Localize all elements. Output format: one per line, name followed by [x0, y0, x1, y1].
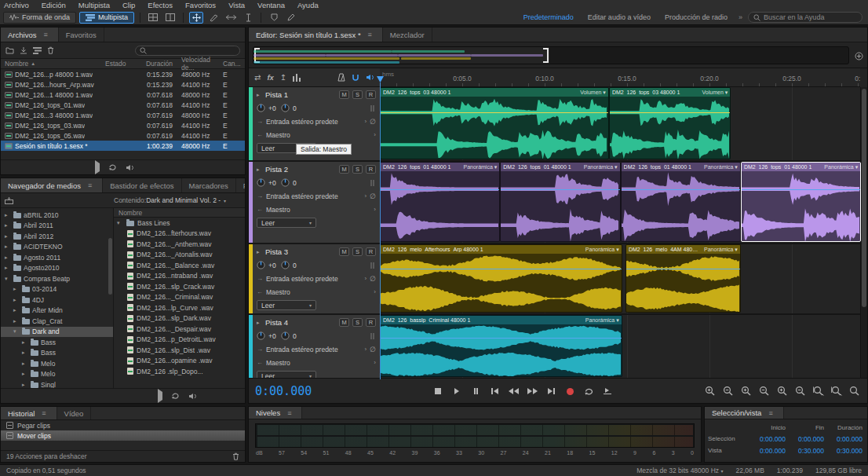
- volume-knob[interactable]: [257, 331, 265, 340]
- audio-clip[interactable]: DM2_126_melo_4AM 48000 1 Panorámica ▾: [625, 244, 741, 313]
- volume-knob[interactable]: [257, 261, 265, 269]
- audio-clip[interactable]: DM2_126_tops_01 48000 1 Panorámica ▾: [741, 162, 861, 242]
- volume-knob[interactable]: [257, 104, 265, 112]
- io-routing-icon[interactable]: ⇄: [254, 73, 261, 82]
- file-row[interactable]: DM2_126...hours_Arp.wav 0:15.239 44100 H…: [1, 79, 245, 90]
- file-row[interactable]: DM2_126_tops_05.wav 0:07.619 44100 Hz E: [1, 130, 245, 141]
- tab-favoritos[interactable]: Favoritos: [59, 27, 104, 42]
- preview-loop-icon[interactable]: [108, 163, 117, 171]
- content-select[interactable]: Dark and Minimal Vol. 2 - ▾: [146, 196, 242, 204]
- menu-item[interactable]: Ayuda: [291, 1, 325, 9]
- clip-waveform-area[interactable]: [381, 324, 622, 376]
- panel-menu-icon[interactable]: ≡: [85, 181, 95, 189]
- menu-item[interactable]: Vista: [222, 1, 251, 9]
- play-button[interactable]: [450, 386, 464, 397]
- fx-icon[interactable]: fx: [267, 73, 273, 82]
- automation-envelope[interactable]: [610, 112, 730, 113]
- twirl-icon[interactable]: [13, 307, 20, 313]
- time-selection-tool-icon[interactable]: [241, 12, 255, 24]
- vista-fin[interactable]: 0:30.000: [787, 447, 826, 455]
- tree-item[interactable]: Bass: [1, 348, 113, 359]
- tree-item[interactable]: Compras Beatp: [1, 273, 113, 284]
- zoom-in-vertical-button[interactable]: [776, 385, 789, 397]
- clip-header[interactable]: DM2_126_basslp_Criminal 48000 1 Panorámi…: [381, 316, 622, 324]
- mute-button[interactable]: M: [339, 165, 349, 174]
- seleccion-fin[interactable]: 0:00.000: [787, 435, 826, 443]
- track-input-selector[interactable]: Entrada estéreo predete: [266, 346, 361, 353]
- automation-envelope[interactable]: [622, 189, 740, 190]
- track-lane[interactable]: DM2_126_tops_01 48000 1 Panorámica ▾ DM2…: [380, 162, 860, 244]
- twirl-icon[interactable]: [13, 328, 20, 335]
- file-row[interactable]: DM2_126...3 48000 1.wav 0:07.619 48000 H…: [1, 110, 245, 120]
- track-lane[interactable]: DM2_126_melo_Afterhours_Arp 48000 1 Pano…: [380, 244, 860, 315]
- pan-knob[interactable]: [281, 261, 290, 269]
- preview-loop-icon[interactable]: [171, 392, 180, 400]
- twirl-icon[interactable]: [5, 265, 11, 271]
- no-input-monitor-icon[interactable]: ∅: [370, 118, 376, 126]
- zoom-in-button[interactable]: [704, 385, 717, 397]
- automation-envelope[interactable]: [501, 189, 619, 190]
- twirl-icon[interactable]: [22, 382, 28, 388]
- vertical-scrollbar[interactable]: [860, 87, 867, 378]
- tab-bastidor-de-efectos[interactable]: Bastidor de efectos: [103, 178, 181, 192]
- time-display[interactable]: 0:00.000: [255, 384, 312, 398]
- no-input-monitor-icon[interactable]: ∅: [370, 275, 376, 283]
- clip-automation-selector[interactable]: Panorámica ▾: [824, 164, 858, 170]
- solo-button[interactable]: S: [352, 318, 363, 327]
- layout-split-icon[interactable]: [163, 12, 177, 24]
- preview-play-icon[interactable]: [158, 392, 162, 400]
- tree-item[interactable]: Abril 2011: [1, 221, 113, 232]
- audio-clip[interactable]: DM2_126_melo_Afterhours_Arp 48000 1 Pano…: [380, 244, 622, 313]
- clip-header[interactable]: DM2_126_tops_03 48000 1 Volumen ▾: [381, 88, 608, 97]
- arm-record-button[interactable]: R: [366, 165, 376, 174]
- stop-button[interactable]: [431, 386, 445, 397]
- track-name[interactable]: Pista 1: [265, 90, 288, 99]
- workspace-edit-audio-video[interactable]: Editar audio a vídeo: [582, 13, 656, 21]
- to-start-button[interactable]: [487, 386, 501, 397]
- track-input-selector[interactable]: Entrada estéreo predete: [266, 275, 361, 283]
- tab-video[interactable]: Vídeo: [57, 407, 92, 419]
- clip-automation-selector[interactable]: Panorámica ▾: [585, 317, 619, 324]
- track-name[interactable]: Pista 4: [265, 318, 288, 327]
- tab-overflow[interactable]: F: [236, 178, 246, 192]
- twirl-icon[interactable]: [5, 243, 11, 250]
- media-file-row[interactable]: DM2_126..._Despair.wav: [114, 324, 245, 335]
- twirl-icon[interactable]: [5, 276, 11, 282]
- media-file-row[interactable]: DM2_126..._Atonalis.wav: [114, 250, 245, 261]
- column-nombre[interactable]: Nombre▲: [1, 60, 105, 68]
- column-canales[interactable]: Can...: [223, 60, 240, 68]
- clip-waveform-area[interactable]: [610, 97, 730, 159]
- media-file-row[interactable]: DM2_126..._Anthem.wav: [114, 239, 245, 250]
- panel-menu-icon[interactable]: ≡: [365, 31, 375, 38]
- tree-item[interactable]: 03-2014: [1, 284, 113, 295]
- twirl-icon[interactable]: [13, 297, 20, 303]
- tab-historial[interactable]: Historial ≡: [1, 407, 57, 419]
- automation-envelope[interactable]: [742, 189, 860, 190]
- clip-automation-selector[interactable]: Volumen ▾: [580, 90, 606, 96]
- track-lane[interactable]: DM2_126_basslp_Criminal 48000 1 Panorámi…: [380, 315, 860, 378]
- clip-automation-selector[interactable]: Panorámica ▾: [704, 247, 738, 253]
- media-list-header[interactable]: Nombre: [114, 208, 245, 218]
- tree-item[interactable]: Singl: [1, 379, 113, 388]
- zoom-out-time-button[interactable]: [758, 385, 771, 397]
- clip-automation-selector[interactable]: Panorámica ▾: [463, 164, 497, 170]
- automation-mode-select[interactable]: Leer▾: [257, 371, 316, 378]
- track-output-selector[interactable]: Maestro: [266, 288, 370, 296]
- automation-envelope[interactable]: [381, 338, 622, 339]
- help-search-input[interactable]: Buscar en la Ayuda: [748, 12, 863, 23]
- loop-button[interactable]: [582, 386, 596, 397]
- clip-automation-selector[interactable]: Panorámica ▾: [704, 164, 738, 170]
- track-output-selector[interactable]: Maestro: [266, 359, 370, 367]
- pan-knob[interactable]: [281, 104, 290, 112]
- clip-waveform-area[interactable]: [626, 254, 740, 312]
- twirl-icon[interactable]: [5, 212, 11, 218]
- clip-header[interactable]: DM2_126_melo_4AM 48000 1 Panorámica ▾: [626, 245, 740, 254]
- track-name[interactable]: Pista 3: [265, 247, 288, 256]
- tree-item[interactable]: 4DJ: [1, 295, 113, 306]
- tree-item[interactable]: After Midn: [1, 306, 113, 317]
- drives-icon[interactable]: [5, 197, 13, 204]
- clip-automation-selector[interactable]: Panorámica ▾: [585, 247, 619, 253]
- marker-tool-icon[interactable]: [267, 12, 281, 24]
- track-collapse-icon[interactable]: ▸: [257, 249, 262, 255]
- trash-icon[interactable]: [47, 46, 54, 54]
